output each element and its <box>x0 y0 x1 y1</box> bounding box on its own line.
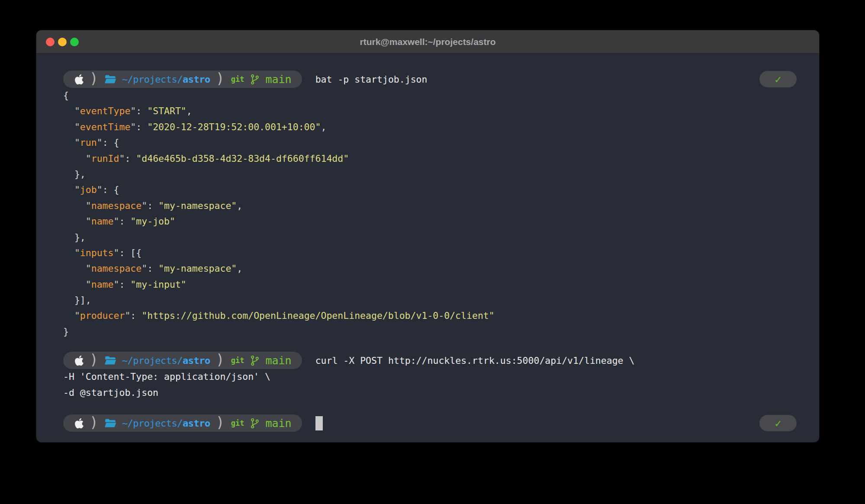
git-branch-name: main <box>265 73 291 86</box>
check-icon: ✓ <box>775 418 781 429</box>
prompt-row-1: ) ~/projects/astro ) git main bat -p sta… <box>63 71 797 88</box>
folder-icon <box>105 418 116 428</box>
json-line: }, <box>63 230 797 245</box>
powerline-separator: ) <box>90 353 98 367</box>
terminal-screen[interactable]: ) ~/projects/astro ) git main bat -p sta… <box>36 54 819 432</box>
json-line: "run": { <box>63 135 797 151</box>
prompt-path-dir: astro <box>183 418 210 429</box>
zoom-button[interactable] <box>70 38 79 46</box>
json-line: "runId": "d46e465b-d358-4d32-83d4-df660f… <box>63 151 797 167</box>
exit-status-badge: ✓ <box>759 71 797 87</box>
window-title: rturk@maxwell:~/projects/astro <box>360 37 495 47</box>
exit-status-badge: ✓ <box>759 415 797 431</box>
git-branch-icon <box>250 355 260 366</box>
json-line: "namespace": "my-namespace", <box>63 198 797 214</box>
close-button[interactable] <box>46 38 55 46</box>
json-output: { "eventType": "START", "eventTime": "20… <box>63 88 797 340</box>
command-continuation-line: -d @startjob.json <box>63 385 797 401</box>
window-titlebar[interactable]: rturk@maxwell:~/projects/astro <box>36 30 819 54</box>
powerline-separator: ) <box>90 71 98 86</box>
json-line: } <box>63 324 797 340</box>
powerline-separator: ) <box>216 353 225 367</box>
git-branch-icon <box>250 417 260 429</box>
command-text: curl -X POST http://nuckles.rtrk.us:5000… <box>315 355 635 366</box>
prompt-pill: ) ~/projects/astro ) git main <box>63 352 302 369</box>
minimize-button[interactable] <box>58 38 67 46</box>
check-icon: ✓ <box>775 74 781 85</box>
prompt-row-2: ) ~/projects/astro ) git main curl -X PO… <box>63 352 797 369</box>
folder-icon <box>105 356 116 365</box>
prompt-row-3: ) ~/projects/astro ) git main ✓ <box>63 414 797 432</box>
prompt-pill: ) ~/projects/astro ) git main <box>63 71 302 88</box>
prompt-path: ~/projects/astro <box>122 355 210 366</box>
json-line: "namespace": "my-namespace", <box>63 261 797 276</box>
json-line: "eventType": "START", <box>63 103 797 119</box>
folder-icon <box>105 74 116 84</box>
git-branch-icon <box>250 74 260 85</box>
powerline-separator: ) <box>216 71 225 86</box>
json-line: "eventTime": "2020-12-28T19:52:00.001+10… <box>63 119 797 135</box>
git-branch-name: main <box>265 354 291 367</box>
git-label: git <box>231 75 244 83</box>
traffic-lights <box>46 30 79 53</box>
prompt-path-prefix: ~/projects/ <box>122 418 183 429</box>
powerline-separator: ) <box>90 415 98 430</box>
git-label: git <box>231 419 244 427</box>
command-text: bat -p startjob.json <box>315 74 428 85</box>
prompt-path-dir: astro <box>183 355 210 366</box>
json-line: "name": "my-job" <box>63 214 797 229</box>
json-line: "producer": "https://github.com/OpenLine… <box>63 308 797 324</box>
prompt-path-dir: astro <box>183 74 210 85</box>
json-line: "job": { <box>63 182 797 198</box>
git-branch-name: main <box>265 417 291 430</box>
json-line: }], <box>63 292 797 308</box>
prompt-pill: ) ~/projects/astro ) git main <box>63 414 302 432</box>
json-line: "name": "my-input" <box>63 277 797 292</box>
json-line: }, <box>63 167 797 182</box>
desktop-background: rturk@maxwell:~/projects/astro ) ~/proje… <box>0 0 865 504</box>
command-continuation-line: -H 'Content-Type: application/json' \ <box>63 369 797 385</box>
prompt-path: ~/projects/astro <box>122 74 210 85</box>
apple-icon <box>74 355 84 366</box>
powerline-separator: ) <box>216 415 225 430</box>
prompt-path-prefix: ~/projects/ <box>122 355 183 366</box>
apple-icon <box>74 417 84 429</box>
prompt-path-prefix: ~/projects/ <box>122 74 183 85</box>
apple-icon <box>74 74 84 85</box>
terminal-cursor <box>315 416 323 430</box>
git-label: git <box>231 356 244 365</box>
json-line: "inputs": [{ <box>63 245 797 261</box>
json-line: { <box>63 88 797 103</box>
prompt-path: ~/projects/astro <box>122 418 210 429</box>
terminal-window: rturk@maxwell:~/projects/astro ) ~/proje… <box>36 30 819 442</box>
